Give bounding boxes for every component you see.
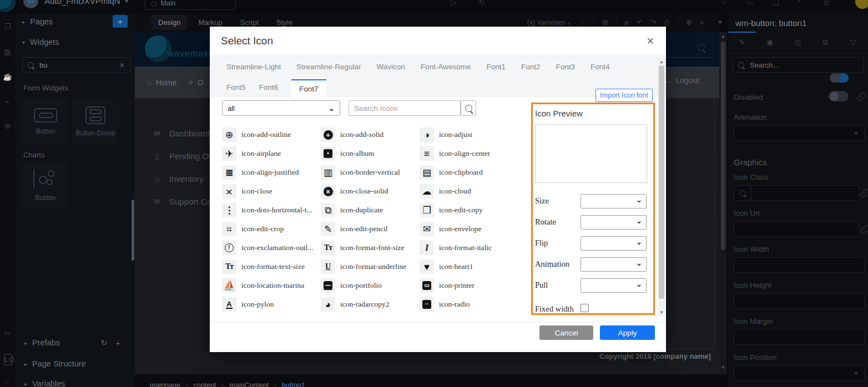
disabled-toggle[interactable] <box>829 91 849 101</box>
rail-settings-icon[interactable]: ⚙ <box>0 122 15 130</box>
icon-option-icon-duplicate[interactable]: ⧉icon-duplicate <box>321 201 420 220</box>
icon-search-button[interactable] <box>461 100 476 116</box>
icon-option-icon-format-underline[interactable]: Uicon-format-underline <box>321 257 420 276</box>
modal-tab-font-awesome[interactable]: Font-Awesome <box>421 63 471 71</box>
project-menu-caret-icon[interactable]: ▼ <box>123 0 130 4</box>
feedback-icon[interactable]: ❏ <box>773 0 779 7</box>
rail-more-icon[interactable]: ⋯ <box>0 378 15 386</box>
sidebar-item-variables[interactable]: ▸ Variables <box>15 377 135 387</box>
icon-option-icon-heart1[interactable]: ♥icon-heart1 <box>420 257 518 276</box>
save-icon[interactable]: ⎙ <box>664 18 669 27</box>
cancel-button[interactable]: Cancel <box>539 325 593 340</box>
icon-option-icon-edit-copy[interactable]: ❐icon-edit-copy <box>420 201 518 220</box>
tab-properties[interactable]: ✎ <box>728 32 756 53</box>
tasks-icon[interactable]: ✓ <box>721 0 728 7</box>
icon-position-select[interactable] <box>734 365 865 381</box>
icon-option-icon-close-solid[interactable]: ×icon-close-solid <box>321 182 420 201</box>
icon-url-field[interactable] <box>734 221 859 237</box>
icon-option-icon-clipboard[interactable]: ▤icon-clipboard <box>420 163 518 182</box>
scroll-down-icon[interactable]: ▼ <box>721 365 725 370</box>
icon-option-icon-edit-crop[interactable]: ⌗icon-edit-crop <box>222 220 321 238</box>
modal-tab-font6[interactable]: Font6 <box>259 78 279 97</box>
scrollbar-thumb[interactable] <box>721 42 725 250</box>
sync-icon[interactable]: ↻ <box>478 0 485 7</box>
category-select[interactable]: all ⌄ <box>222 100 340 116</box>
scroll-up-icon[interactable]: ▲ <box>659 59 664 64</box>
rail-logs-icon[interactable]: LOG <box>4 354 12 365</box>
user-avatar[interactable] <box>855 0 868 9</box>
scroll-up-icon[interactable]: ▲ <box>721 34 725 39</box>
toolbar-tab-design[interactable]: Design <box>152 15 187 30</box>
rail-apis-icon[interactable]: ⌁ <box>0 98 15 106</box>
layout-icon[interactable]: ⊞ <box>602 18 608 27</box>
icon-option-icon-add-outline[interactable]: ⊕icon-add-outline <box>222 125 321 144</box>
icon-option-icon-radarcopy2[interactable]: ◕icon-radarcopy2 <box>321 295 420 314</box>
add-prefab-icon[interactable]: + <box>115 338 120 348</box>
bind-disabled-icon[interactable] <box>856 92 866 102</box>
icon-option-icon-cloud[interactable]: ☁icon-cloud <box>420 182 518 201</box>
modal-tab-font1[interactable]: Font1 <box>486 63 506 71</box>
widget-search-input[interactable] <box>38 60 114 70</box>
icon-class-search-icon[interactable] <box>734 186 751 200</box>
widget-search[interactable]: ✕ <box>22 57 130 73</box>
scroll-down-icon[interactable]: ▼ <box>659 310 664 315</box>
animation-select[interactable] <box>581 257 647 272</box>
page-tab-main[interactable]: ▢ Main <box>145 0 236 10</box>
icon-option-icon-format-text-size[interactable]: Tᴛicon-format-text-size <box>222 257 321 276</box>
icon-option-icon-border-vertical[interactable]: ▥icon-border-vertical <box>321 163 420 182</box>
clear-search-icon[interactable]: ✕ <box>119 62 125 69</box>
rail-services-icon[interactable]: ☕ <box>0 73 15 81</box>
icon-option-icon-edit-pencil[interactable]: ✎icon-edit-pencil <box>321 220 420 238</box>
icon-margin-field[interactable] <box>734 329 865 345</box>
icon-option-icon-align-center[interactable]: ≡icon-align-center <box>420 144 518 163</box>
rotate-select[interactable] <box>581 215 647 230</box>
modal-tab-font5[interactable]: Font5 <box>226 78 246 97</box>
bind-icon-url-icon[interactable] <box>860 225 868 235</box>
breadcrumb-item-mainpage[interactable]: mainpage <box>150 381 180 387</box>
icon-option-icon-album[interactable]: •icon-album <box>321 144 420 163</box>
size-select[interactable] <box>581 194 647 208</box>
property-search-input[interactable] <box>749 60 863 70</box>
property-search[interactable] <box>733 57 864 73</box>
storage-icon[interactable]: ▭ <box>747 0 754 7</box>
icon-height-field[interactable] <box>734 293 865 309</box>
modal-tab-font3[interactable]: Font3 <box>556 63 575 71</box>
widget-tile-button[interactable]: Button <box>22 98 69 145</box>
rail-database-icon[interactable]: ▤ <box>0 48 15 56</box>
widget-tile-bubble[interactable]: Bubble <box>22 162 69 209</box>
bind-icon-class-icon[interactable] <box>860 189 868 198</box>
modal-tab-streamline-light[interactable]: Streamline-Light <box>226 63 281 71</box>
tab-events[interactable]: ◎ <box>784 32 811 53</box>
icon-option-icon-close[interactable]: ×icon-close <box>222 182 321 201</box>
scrollbar-thumb[interactable] <box>659 66 664 299</box>
fixed-width-checkbox[interactable] <box>581 304 589 312</box>
icon-option-icon-radio[interactable]: ··icon-radio <box>420 295 518 314</box>
refresh-prefabs-icon[interactable]: ↻ <box>101 339 107 347</box>
sidebar-item-page-structure[interactable]: ▸ Page Structure <box>15 357 135 370</box>
expand-toolbar-icon[interactable]: » <box>700 18 704 27</box>
breadcrumb-item-button1[interactable]: button1 <box>282 381 305 387</box>
tab-styles[interactable]: ◉ <box>756 32 784 53</box>
modal-tab-streamline-regular[interactable]: Streamline-Regular <box>296 63 361 71</box>
icon-option-icon-portfolio[interactable]: —icon-portfolio <box>321 276 420 295</box>
icon-option-icon-adjust[interactable]: ◑icon-adjust <box>420 125 518 144</box>
run-button[interactable]: ▷ <box>451 0 457 7</box>
modal-tab-font7[interactable]: Font7 <box>291 79 326 98</box>
modal-tab-font2[interactable]: Font2 <box>521 63 541 71</box>
notifications-icon[interactable]: ❜ <box>798 0 800 7</box>
modal-tab-font4[interactable]: Font4 <box>591 63 610 71</box>
variables-dropdown[interactable]: (x) Variables ∨ <box>527 19 571 27</box>
import-icon-font-button[interactable]: Import Icon font <box>596 89 653 102</box>
project-avatar[interactable] <box>23 0 38 8</box>
rail-pages-icon[interactable]: ❐ <box>0 22 15 30</box>
more-options-icon[interactable]: ⋮ <box>579 18 586 27</box>
left-panel-scrollbar[interactable] <box>132 200 134 261</box>
icon-class-field[interactable] <box>734 185 859 201</box>
breadcrumb-item-content[interactable]: content <box>194 381 216 387</box>
close-icon[interactable]: ✕ <box>647 35 654 47</box>
icon-option-icon-format-font-size[interactable]: Tᴛicon-format-font-size <box>321 238 420 257</box>
icon-option-icon-printer[interactable]: ▭icon-printer <box>420 276 518 295</box>
apply-button[interactable]: Apply <box>600 325 655 340</box>
rail-folder-icon[interactable]: ▭ <box>0 329 15 337</box>
icon-option-icon-pylon[interactable]: Aicon-pylon <box>222 295 321 314</box>
